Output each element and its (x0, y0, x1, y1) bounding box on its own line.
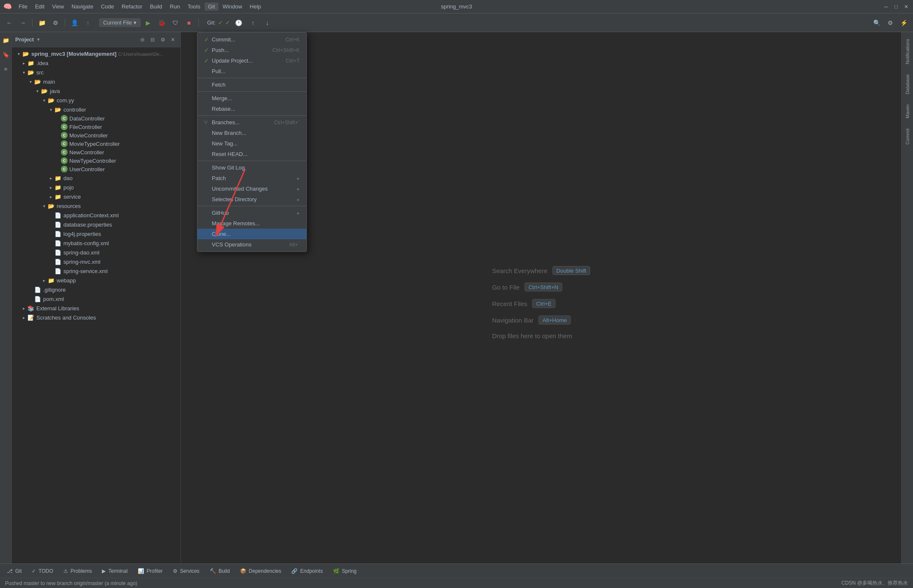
power-save-btn[interactable]: ⚡ (898, 17, 910, 29)
bookmark-side-icon[interactable]: 🔖 (1, 50, 11, 59)
structure-side-icon[interactable]: ≡ (1, 64, 11, 74)
tab-problems[interactable]: ⚠ Problems (58, 566, 97, 576)
debug-btn[interactable]: 🐞 (156, 17, 168, 29)
git-menu-merge[interactable]: ✓ Merge... (197, 93, 306, 104)
tree-resources[interactable]: ▾ 📂 resources (12, 201, 180, 211)
panel-collapse-all[interactable]: ⊖ (138, 36, 147, 44)
project-icon[interactable]: 📁 (36, 17, 48, 29)
tree-webapp[interactable]: ▸ 📁 webapp (12, 276, 180, 285)
tree-gitignore[interactable]: ▸ 📄 .gitignore (12, 285, 180, 294)
tree-controller[interactable]: ▾ 📂 controller (12, 105, 180, 114)
tree-datacontroller[interactable]: ▸ C DataController (12, 114, 180, 123)
back-btn[interactable]: ← (3, 17, 15, 29)
tree-usercontroller[interactable]: ▸ C UserController (12, 165, 180, 173)
git-menu-show-log[interactable]: ✓ Show Git Log (197, 162, 306, 173)
menu-file[interactable]: File (15, 3, 31, 11)
git-menu-fetch[interactable]: ✓ Fetch (197, 79, 306, 90)
tree-dao[interactable]: ▸ 📁 dao (12, 173, 180, 183)
tab-endpoints[interactable]: 🔗 Endpoints (286, 566, 328, 576)
tree-main[interactable]: ▾ 📂 main (12, 77, 180, 86)
tree-log4j[interactable]: ▸ 📄 log4j.properties (12, 229, 180, 238)
tree-mybatis[interactable]: ▸ 📄 mybatis-config.xml (12, 238, 180, 248)
tab-git[interactable]: ⎇ Git (2, 566, 27, 576)
git-menu-clone[interactable]: ✓ Clone... (197, 229, 306, 239)
menu-build[interactable]: Build (147, 3, 166, 11)
tree-appctx[interactable]: ▸ 📄 applicationContext.xml (12, 211, 180, 220)
panel-close-icon[interactable]: ✕ (169, 36, 177, 44)
project-side-icon[interactable]: 📁 (1, 36, 11, 45)
current-file-selector[interactable]: Current File ▾ (99, 18, 141, 27)
git-menu-selected-dir[interactable]: ✓ Selected Directory ▸ (197, 194, 306, 205)
tree-filecontroller[interactable]: ▸ C FileController (12, 123, 180, 131)
notifications-label[interactable]: Notifications (903, 36, 912, 68)
tree-java[interactable]: ▾ 📂 java (12, 86, 180, 96)
git-history-btn[interactable]: 🕐 (232, 17, 244, 29)
git-menu-rebase[interactable]: ✓ Rebase... (197, 104, 306, 114)
menu-tools[interactable]: Tools (184, 3, 204, 11)
close-btn[interactable]: ✕ (903, 3, 910, 10)
git-menu-update[interactable]: ✓ Update Project... Ctrl+T (197, 55, 306, 66)
git-menu-patch[interactable]: ✓ Patch ▸ (197, 173, 306, 183)
tree-newcontroller[interactable]: ▸ C NewController (12, 148, 180, 156)
git-menu-new-branch[interactable]: ✓ New Branch... (197, 128, 306, 138)
user-btn[interactable]: 👤 (68, 17, 80, 29)
git-menu-push[interactable]: ✓ Push... Ctrl+Shift+K (197, 45, 306, 55)
maven-label[interactable]: Maven (903, 101, 912, 122)
panel-settings-icon[interactable]: ⚙ (159, 36, 167, 44)
tree-springmvc[interactable]: ▸ 📄 spring-mvc.xml (12, 257, 180, 266)
tree-movietypecontroller[interactable]: ▸ C MovieTypeController (12, 139, 180, 148)
menu-edit[interactable]: Edit (32, 3, 48, 11)
tree-springdao[interactable]: ▸ 📄 spring-dao.xml (12, 248, 180, 257)
database-label[interactable]: Database (903, 71, 912, 98)
tab-dependencies[interactable]: 📦 Dependencies (235, 566, 287, 576)
git-menu-reset-head[interactable]: ✓ Reset HEAD... (197, 149, 306, 159)
git-menu-branches[interactable]: ⑂ Branches... Ctrl+Shift+` (197, 117, 306, 128)
tree-newtypecontroller[interactable]: ▸ C NewTypeController (12, 156, 180, 165)
tree-dbprops[interactable]: ▸ 📄 database.properties (12, 220, 180, 229)
menu-code[interactable]: Code (98, 3, 118, 11)
git-menu-manage-remotes[interactable]: ✓ Manage Remotes... (197, 218, 306, 229)
maximize-btn[interactable]: □ (893, 3, 899, 10)
tree-springservice[interactable]: ▸ 📄 spring-service.xml (12, 266, 180, 276)
menu-refactor[interactable]: Refactor (118, 3, 146, 11)
settings-gear-btn[interactable]: ⚙ (884, 17, 896, 29)
run-btn[interactable]: ▶ (142, 17, 154, 29)
menu-git[interactable]: Git (205, 3, 219, 11)
git-menu-github[interactable]: ✓ GitHub ▸ (197, 208, 306, 218)
menu-window[interactable]: Window (219, 3, 246, 11)
panel-layout-icon[interactable]: ⊟ (148, 36, 157, 44)
stop-btn[interactable]: ■ (183, 17, 195, 29)
tree-root[interactable]: ▾ 📂 spring_mvc3 [MovieMangement] C:\User… (12, 49, 180, 58)
tree-extlibs[interactable]: ▸ 📚 External Libraries (12, 304, 180, 313)
tree-idea[interactable]: ▸ 📁 .idea (12, 58, 180, 68)
forward-btn[interactable]: → (17, 17, 29, 29)
search-btn[interactable]: 🔍 (871, 17, 883, 29)
tab-todo[interactable]: ✓ TODO (27, 566, 58, 576)
settings-btn[interactable]: ⚙ (49, 17, 61, 29)
tab-build[interactable]: 🔨 Build (205, 566, 235, 576)
tab-terminal[interactable]: ▶ Terminal (97, 566, 132, 576)
git-menu-uncommitted[interactable]: ✓ Uncommitted Changes ▸ (197, 183, 306, 194)
git-menu-pull[interactable]: ✓ Pull... (197, 66, 306, 77)
tree-src[interactable]: ▾ 📂 src (12, 68, 180, 77)
git-push-btn[interactable]: ↑ (247, 17, 259, 29)
menu-run[interactable]: Run (167, 3, 183, 11)
tree-service[interactable]: ▸ 📁 service (12, 192, 180, 201)
run-with-coverage-btn[interactable]: 🛡 (169, 17, 181, 29)
vcs-update-btn[interactable]: ↑ (82, 17, 94, 29)
menu-view[interactable]: View (49, 3, 67, 11)
tree-moviecontroller[interactable]: ▸ C MovieController (12, 131, 180, 139)
menu-navigate[interactable]: Navigate (68, 3, 96, 11)
tab-profiler[interactable]: 📊 Profiler (133, 566, 168, 576)
menu-help[interactable]: Help (246, 3, 265, 11)
tree-pom[interactable]: ▸ 📄 pom.xml (12, 294, 180, 304)
commit-label[interactable]: Commit (903, 125, 912, 148)
git-menu-commit[interactable]: ✓ Commit... Ctrl+K (197, 34, 306, 45)
tree-comyy[interactable]: ▾ 📂 com.yy (12, 96, 180, 105)
git-fetch-btn[interactable]: ↓ (261, 17, 273, 29)
project-dropdown-arrow[interactable]: ▾ (37, 37, 40, 42)
tree-scratches[interactable]: ▸ 📝 Scratches and Consoles (12, 313, 180, 322)
tree-pojo[interactable]: ▸ 📁 pojo (12, 183, 180, 192)
git-menu-vcs-ops[interactable]: ✓ VCS Operations Alt+` (197, 239, 306, 250)
minimize-btn[interactable]: ─ (883, 3, 889, 10)
